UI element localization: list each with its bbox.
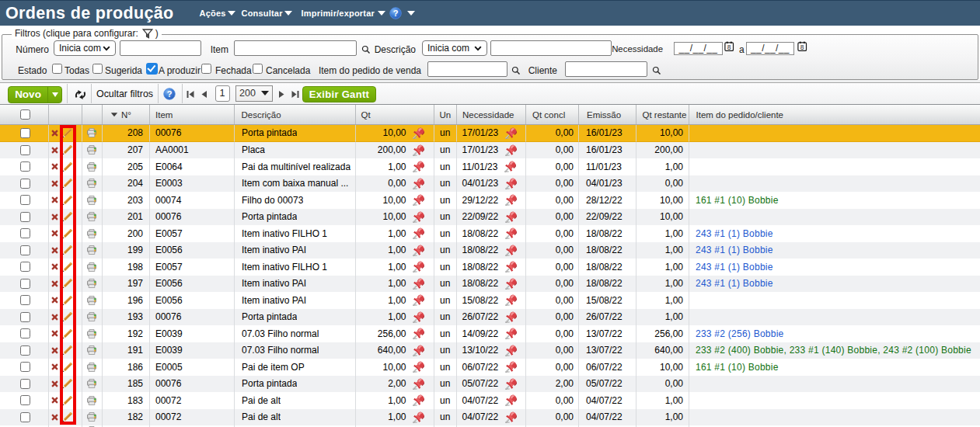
svg-text:8: 8 [800, 43, 804, 51]
svg-text:8: 8 [727, 43, 731, 51]
svg-text:?: ? [166, 89, 172, 99]
svg-text:?: ? [393, 9, 399, 18]
